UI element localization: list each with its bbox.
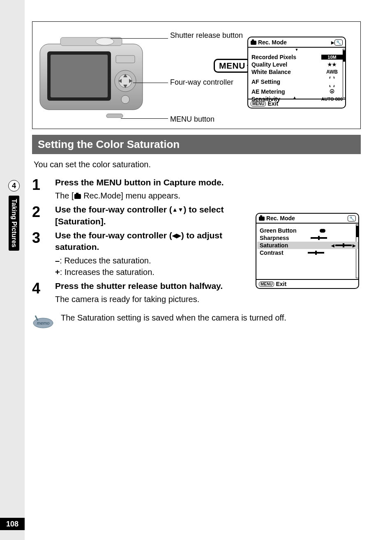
row-label: AE Metering [251,88,285,95]
menu-row-quality: Quality Level★★ [251,61,343,68]
label-fourway-controller: Four-way controller [170,78,233,87]
menu-row-green-button: Green Button [260,227,356,234]
camera-icon [74,194,81,199]
side-tab: 4 Taking Pictures [8,180,20,251]
svg-point-13 [121,95,129,104]
menu-row-sharpness: Sharpness -+ [260,234,356,242]
row-label: Contrast [260,249,284,256]
menu-row-saturation-selected: Saturation ◀ ▶ [257,242,358,249]
page-left-margin [0,0,25,540]
green-button-icon [320,229,325,233]
svg-rect-2 [51,55,108,97]
slider-icon [335,243,352,248]
screen-footer: MENU Exit [256,279,358,288]
leader-line [121,118,168,119]
camera-icon [259,217,265,221]
memo-icon: memo [32,312,54,329]
menu-mini-icon: MENU [251,101,266,106]
page-content: Shutter release button Four-way controll… [32,21,361,329]
menu-mini-icon: MENU [259,282,274,287]
screen-header: Rec. Mode 🔧 [256,214,358,224]
camera-diagram: Shutter release button Four-way controll… [32,21,361,129]
lcd-screen-saturation: Rec. Mode 🔧 Green Button Sharpness -+ Sa… [256,213,359,289]
section-heading: Setting the Color Saturation [32,135,361,154]
chapter-title: Taking Pictures [9,196,19,251]
steps-container: 1 Press the MENU button in Capture mode.… [32,177,361,305]
row-value: AWB [321,69,343,75]
menu-badge-icon: MENU [214,59,251,73]
row-label: Saturation [260,242,288,249]
menu-row-recorded-pixels: Recorded Pixels10M [251,53,343,61]
svg-rect-15 [318,236,320,240]
step-heading: Use the four-way controller (◀▶) to adju… [55,230,256,253]
slider-icon [308,250,324,255]
scroll-up-icon: ▼ [248,48,345,52]
menu-row-af: AF Setting⸢ ⸣⸤ ⸥ [251,76,343,88]
svg-text:memo: memo [37,321,50,325]
left-arrow-icon: ◀ [331,243,334,248]
svg-rect-12 [106,114,123,118]
menu-row-ae: AE Metering⦿ [251,88,343,95]
step-1: 1 Press the MENU button in Capture mode.… [32,177,361,201]
updown-arrows-icon: ▲▼ [172,206,184,213]
step-heading: Use the four-way controller (▲▼) to sele… [55,204,256,227]
screen-title: Rec. Mode [258,39,287,46]
step-heading: Press the MENU button in Capture mode. [55,177,361,188]
slider-icon: -+ [311,235,327,240]
svg-rect-19 [343,243,344,247]
camera-icon [251,41,256,45]
intro-text: You can set the color saturation. [34,160,361,169]
svg-rect-21 [315,251,317,255]
tools-tab-icon: 🔧 [348,215,356,222]
screen-footer: MENU Exit [248,99,345,108]
leader-line [111,38,168,39]
row-label: Green Button [260,227,296,234]
metering-icon: ⦿ [321,89,343,95]
footer-label: Exit [276,281,286,287]
step-body: The camera is ready for taking pictures. [55,293,361,305]
memo-text: The Saturation setting is saved when the… [61,312,286,323]
label-shutter-release: Shutter release button [170,31,243,40]
chevron-right-icon: ▶ [331,40,334,45]
menu-row-wb: White BalanceAWB [251,68,343,76]
right-arrow-icon: ▶ [353,243,356,248]
label-menu-button: MENU button [170,115,214,124]
row-value: 10M [321,55,343,60]
screen-title: Rec. Mode [266,215,295,222]
af-area-icon: ⸢ ⸣⸤ ⸥ [321,76,343,88]
chapter-number: 4 [8,180,20,192]
leftright-arrows-icon: ◀▶ [172,232,181,239]
footer-label: Exit [267,100,278,107]
step-body: –: Reduces the saturation. +: Increases … [55,255,256,278]
menu-row-contrast: Contrast [260,249,356,256]
row-label: Quality Level [251,61,287,68]
camera-illustration [36,32,147,118]
plus-sign: + [55,268,60,277]
row-label: White Balance [251,69,291,75]
screen-header: Rec. Mode ▶🔧 [248,37,345,48]
minus-sign: – [55,256,60,265]
step-number: 1 [32,177,55,201]
svg-point-4 [96,38,114,45]
step-number: 2 [32,204,55,227]
svg-rect-11 [116,55,135,63]
leader-line [133,83,168,83]
step-number: 4 [32,280,55,305]
row-label: AF Setting [251,78,280,85]
svg-text:-: - [311,237,311,240]
step-number: 3 [32,230,55,278]
step-body: The [ Rec.Mode] menu appears. [55,190,361,201]
page-number: 108 [0,518,25,530]
lcd-screen-recmode: Rec. Mode ▶🔧 ▼ Recorded Pixels10M Qualit… [247,37,346,108]
tools-tab-icon: 🔧 [334,39,343,46]
row-label: Sharpness [260,235,289,241]
row-label: Recorded Pixels [251,54,296,60]
row-value: ★★ [321,62,343,67]
memo-note: memo The Saturation setting is saved whe… [32,312,361,329]
screen-body: Green Button Sharpness -+ Saturation ◀ ▶… [256,224,358,257]
